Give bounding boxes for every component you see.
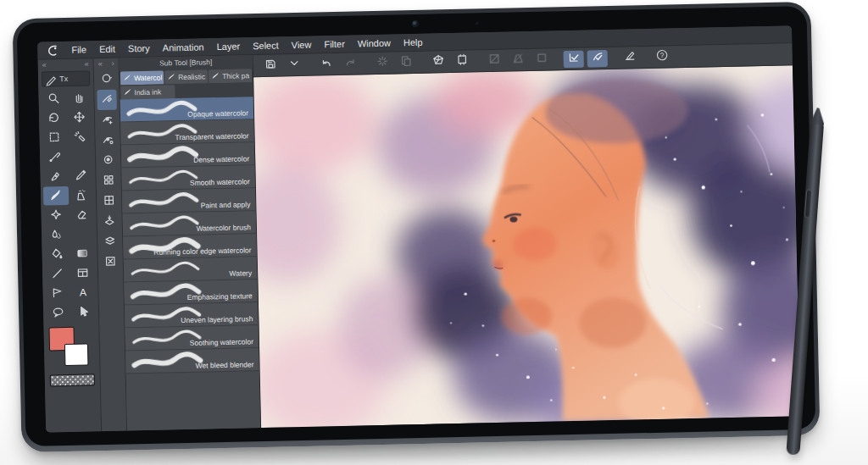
background-color-swatch[interactable]: [64, 343, 89, 366]
brush-item-dense-watercolor[interactable]: Dense watercolor: [121, 142, 255, 168]
brush-item-emphasizing-texture[interactable]: Emphasizing texture: [124, 280, 258, 305]
pen-tool-icon: [49, 169, 62, 184]
menu-layer[interactable]: Layer: [216, 41, 240, 52]
tool-grid-spacer: [67, 147, 92, 166]
frame-border-tool-button[interactable]: [70, 263, 95, 283]
brush-item-watercolor-brush[interactable]: Watercolor brush: [123, 211, 257, 236]
menu-animation[interactable]: Animation: [163, 42, 204, 53]
layer-shift-tool-button[interactable]: [100, 212, 120, 232]
collapse-icon[interactable]: «: [85, 58, 89, 69]
material-grid-large-tool-button[interactable]: [99, 191, 120, 212]
help-button[interactable]: ?: [651, 48, 671, 66]
snap-to-special-ruler-button[interactable]: [587, 50, 607, 68]
brush-item-wet-bleed-blender[interactable]: Wet bleed blender: [125, 348, 259, 374]
material-grid-small-tool-button[interactable]: [98, 171, 119, 191]
correct-line-icon: [623, 49, 636, 65]
marquee-select-tool-button[interactable]: [42, 128, 67, 147]
menu-select[interactable]: Select: [253, 40, 279, 51]
auto-select-tool-button[interactable]: [67, 127, 92, 147]
expand-icon[interactable]: ›: [112, 58, 114, 69]
menu-file[interactable]: File: [71, 44, 86, 54]
brush-tab-icon: [123, 73, 131, 83]
menu-view[interactable]: View: [292, 40, 312, 51]
light-sensor-dot: [475, 21, 478, 25]
brush-item-opaque-watercolor[interactable]: Opaque watercolor: [120, 97, 254, 122]
rotate-view-tool-button[interactable]: [97, 69, 117, 90]
correct-line-tool-icon: [100, 91, 113, 108]
hand-tool-button[interactable]: [66, 88, 92, 108]
blend-tool-button[interactable]: [44, 225, 70, 245]
brush-item-watery[interactable]: Watery: [124, 257, 258, 282]
collapse-icon[interactable]: «: [42, 59, 47, 70]
tab-label: Realistic: [178, 72, 205, 81]
pencil-tool-button[interactable]: [68, 166, 93, 185]
tab-label: Watercol: [134, 73, 162, 82]
focus-target-tool-button[interactable]: [98, 151, 119, 171]
gradient-tool-button[interactable]: [70, 244, 95, 263]
snap-to-ruler-button[interactable]: [563, 50, 583, 68]
layer-stack-tool-icon: [103, 234, 116, 250]
zoom-tool-button[interactable]: [41, 89, 66, 108]
snap-to-ruler-icon: [567, 51, 580, 67]
vector-delete-tool-button[interactable]: [101, 252, 121, 273]
current-tool-display[interactable]: Tx: [42, 70, 90, 86]
brush-item-paint-and-apply[interactable]: Paint and apply: [122, 188, 256, 213]
canvas-artwork[interactable]: [253, 65, 800, 428]
polyline-tool-icon: [52, 286, 64, 301]
move-tool-button[interactable]: [66, 108, 92, 127]
subtool-tab-thick-pa[interactable]: Thick pa: [209, 69, 252, 83]
fill-tool-button[interactable]: [44, 245, 70, 264]
menu-story[interactable]: Story: [128, 43, 150, 54]
rotate-canvas-tool-button[interactable]: [42, 108, 67, 128]
brush-item-running-color-edge-watercolor[interactable]: Running color edge watercolor: [123, 234, 257, 259]
brush-tool-icon: [49, 189, 62, 203]
subtool-tab-india-ink[interactable]: India ink: [120, 85, 175, 99]
brush-item-uneven-layering-brush[interactable]: Uneven layering brush: [125, 302, 259, 328]
gradient-tool-icon: [75, 246, 88, 261]
pen-tool-button[interactable]: [42, 167, 68, 186]
eyedropper-tool-button[interactable]: [42, 147, 68, 167]
chevron-down-button[interactable]: [284, 56, 304, 74]
brush-name: Watery: [229, 268, 252, 278]
airbrush-tool-button[interactable]: [68, 185, 93, 205]
object-tool-button[interactable]: [70, 302, 96, 322]
menu-window[interactable]: Window: [358, 38, 391, 49]
brush-item-smooth-watercolor[interactable]: Smooth watercolor: [121, 165, 255, 191]
eraser-tool-button[interactable]: [69, 205, 94, 224]
decoration-tool-icon: [50, 208, 63, 223]
balloon-tool-button[interactable]: [46, 303, 71, 323]
menu-help[interactable]: Help: [403, 37, 423, 47]
polyline-tool-button[interactable]: [45, 284, 70, 303]
brush-tool-button[interactable]: [43, 186, 69, 206]
collapse-icon[interactable]: «: [98, 58, 103, 69]
halftone-pattern-swatch[interactable]: [50, 374, 95, 386]
brush-item-transparent-watercolor[interactable]: Transparent watercolor: [120, 119, 254, 145]
brush-tab-icon: [167, 72, 175, 82]
snap-perspective-button: [508, 52, 528, 69]
layer-stack-tool-button[interactable]: [100, 232, 120, 252]
auto-select-tool-icon: [73, 130, 86, 144]
undo-button[interactable]: [316, 56, 337, 74]
canvas-frame-button[interactable]: [452, 53, 472, 70]
subtool-tab-realistic[interactable]: Realistic: [164, 69, 208, 84]
decoration-tool-button[interactable]: [43, 206, 69, 225]
brush-item-soothing-watercolor[interactable]: Soothing watercolor: [125, 325, 259, 351]
brush-tab-icon: [123, 87, 131, 97]
subtool-tab-watercol[interactable]: Watercol: [120, 70, 164, 85]
tool-grid: A: [38, 88, 98, 322]
nav-strip-header: « ›: [94, 58, 119, 70]
save-button[interactable]: [260, 57, 281, 75]
polyhedron-button[interactable]: [428, 53, 448, 71]
chevron-down-icon: [287, 57, 300, 73]
menu-filter[interactable]: Filter: [324, 39, 345, 50]
correct-line-tool-button[interactable]: [97, 90, 117, 110]
curve-edit-tool-button[interactable]: [97, 130, 118, 151]
color-swatches: [48, 326, 94, 371]
tool-grid-spacer: [69, 224, 94, 244]
tool-palette: « « Tx A: [38, 58, 103, 432]
line-tool-button[interactable]: [45, 264, 70, 284]
correct-line-button[interactable]: [619, 49, 639, 67]
text-tool-button[interactable]: A: [70, 283, 96, 302]
add-anchor-tool-button[interactable]: [97, 110, 118, 130]
menu-edit[interactable]: Edit: [99, 44, 115, 54]
